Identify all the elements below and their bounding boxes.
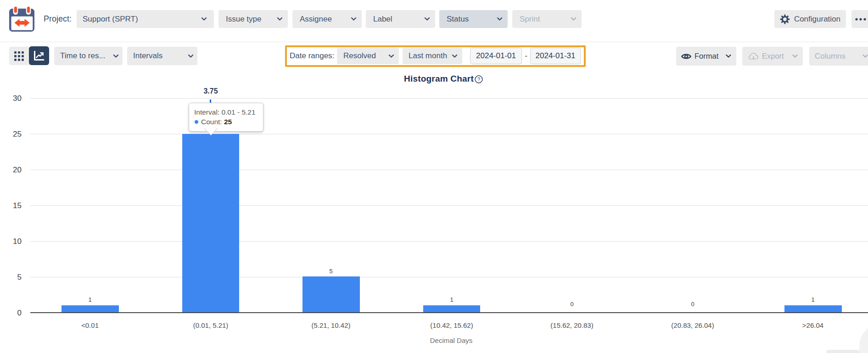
svg-text:?: ? [477, 77, 480, 82]
